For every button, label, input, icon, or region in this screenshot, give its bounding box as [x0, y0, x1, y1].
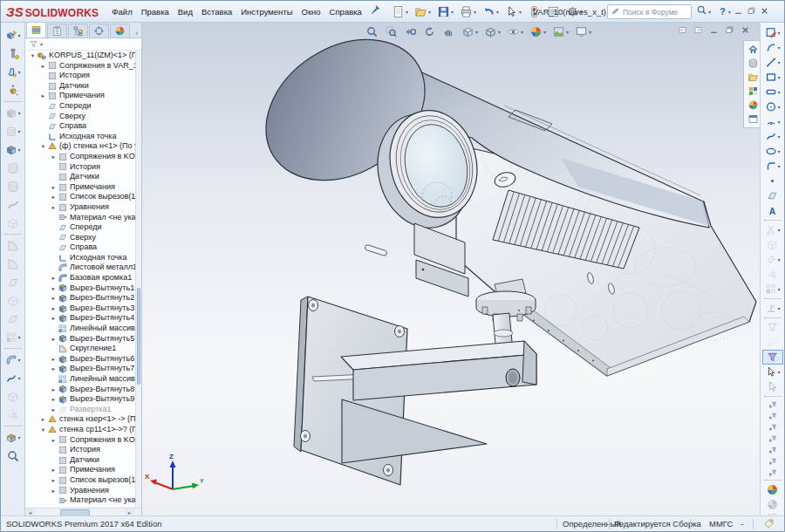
- tree-expander-icon[interactable]: ▸: [50, 465, 58, 475]
- tree-item-equations[interactable]: ▸Уравнения: [25, 486, 141, 496]
- lofted-cut-button[interactable]: [3, 214, 24, 232]
- new-document-button[interactable]: ▾: [389, 3, 411, 20]
- dropdown-arrow-icon[interactable]: ▾: [498, 29, 501, 35]
- undo-button[interactable]: ▾: [480, 3, 502, 20]
- sketch-fillet-tool[interactable]: ▾: [762, 159, 783, 174]
- tree-item-cutextrude[interactable]: ▸Вырез-Вытянуть1: [25, 283, 141, 294]
- tree-expander-icon[interactable]: ▾: [29, 51, 37, 61]
- tree-expander-icon[interactable]: ▸: [50, 152, 58, 162]
- tree-item-sensors[interactable]: Датчики: [25, 172, 141, 182]
- filter-funnel-icon[interactable]: [29, 37, 38, 52]
- tree-item-material[interactable]: Материал <не указан>: [25, 495, 141, 506]
- configurationmanager-tab[interactable]: [68, 24, 88, 38]
- tree-item-cutlist[interactable]: ▸Список вырезов(1): [25, 192, 141, 202]
- draft-button[interactable]: [3, 273, 24, 291]
- apply-scene-side-button[interactable]: [762, 497, 783, 512]
- rectangle-tool[interactable]: ▾: [762, 70, 783, 85]
- text-tool[interactable]: A: [762, 203, 783, 218]
- pin-menubar-button[interactable]: [369, 4, 383, 18]
- arc-tool[interactable]: ▾: [762, 114, 783, 129]
- forum-search-box[interactable]: [607, 4, 692, 19]
- tree-item-sensors[interactable]: Датчики: [25, 455, 141, 466]
- task-pane-resources-tab[interactable]: [745, 43, 761, 56]
- dropdown-arrow-icon[interactable]: ▾: [777, 305, 780, 311]
- tree-expander-icon[interactable]: ▸: [50, 385, 58, 395]
- doc-next-window-button[interactable]: [692, 24, 704, 36]
- tree-expander-icon[interactable]: ▸: [50, 192, 58, 202]
- line-tool[interactable]: ▾: [762, 55, 783, 70]
- dropdown-arrow-icon[interactable]: ▾: [777, 59, 780, 65]
- task-pane-view-palette-tab[interactable]: [745, 85, 761, 98]
- graphics-area[interactable]: Z X Y ▾▾▾▾▾▾: [142, 23, 761, 517]
- dropdown-arrow-icon[interactable]: ▾: [17, 147, 20, 153]
- filter-sketch-segments-toggle[interactable]: [764, 455, 782, 467]
- tree-item-plane[interactable]: Справа: [25, 242, 141, 253]
- dropdown-arrow-icon[interactable]: ▾: [777, 119, 780, 125]
- tree-item-material[interactable]: Материал <не указан>: [25, 213, 141, 223]
- linear-sketch-pattern-tool[interactable]: ▾: [762, 282, 783, 297]
- dropdown-arrow-icon[interactable]: ▾: [777, 369, 780, 375]
- plane-tool[interactable]: [762, 188, 783, 203]
- measure-button[interactable]: [3, 447, 24, 465]
- exploded-view-button[interactable]: [3, 81, 24, 99]
- tree-item-annotations[interactable]: ▸Примечания: [25, 91, 141, 101]
- spline-tool[interactable]: ▾: [762, 129, 783, 144]
- tree-item-cutextrude[interactable]: ▸Вырез-Вытянуть4: [25, 313, 141, 324]
- tree-expander-icon[interactable]: ▸: [50, 283, 58, 294]
- dropdown-arrow-icon[interactable]: ▾: [17, 375, 20, 381]
- dropdown-arrow-icon[interactable]: ▾: [777, 148, 780, 154]
- view-settings-button[interactable]: ▾: [572, 24, 594, 39]
- filter-vertices-toggle[interactable]: [764, 399, 782, 410]
- menu-item-5[interactable]: Инструменты: [236, 4, 297, 19]
- extruded-boss-button[interactable]: ▾: [3, 104, 24, 122]
- linear-pattern-button[interactable]: ▾: [3, 328, 24, 346]
- rib-button[interactable]: [3, 310, 24, 328]
- rotate-view-button[interactable]: [420, 24, 439, 39]
- tree-item-cutextrude[interactable]: ▸Вырез-Вытянуть7: [25, 364, 141, 374]
- dropdown-arrow-icon[interactable]: ▾: [777, 104, 780, 110]
- filter-faces-button[interactable]: [762, 350, 783, 365]
- note-tag-icon[interactable]: [763, 518, 775, 532]
- tree-expander-icon[interactable]: ▸: [50, 486, 58, 496]
- propertymanager-tab[interactable]: [47, 24, 67, 38]
- tree-item-linearpattern[interactable]: Линейный массив2: [25, 374, 141, 385]
- filter-surface-bodies-toggle[interactable]: [764, 444, 782, 455]
- doc-restore-button[interactable]: [723, 24, 735, 36]
- section-view-button[interactable]: ▾: [3, 428, 24, 447]
- wrap-button[interactable]: [3, 387, 24, 406]
- tree-expander-icon[interactable]: ▸: [50, 293, 58, 304]
- tree-item-mates[interactable]: ▸Сопряжения в KORPUS_1: [25, 435, 141, 446]
- tree-item-part[interactable]: ▸стенка нзер<1> -> (По умол: [25, 414, 141, 425]
- tree-expander-icon[interactable]: ▸: [39, 414, 47, 425]
- tree-item-equations[interactable]: ▸Уравнения: [25, 202, 141, 213]
- tree-expander-icon[interactable]: ▸: [50, 354, 58, 365]
- task-pane-custom-properties-tab[interactable]: [745, 113, 761, 126]
- doc-minimize-button[interactable]: [707, 24, 720, 36]
- units-label[interactable]: ММГС: [709, 516, 733, 532]
- menu-item-6[interactable]: Окно: [297, 4, 325, 19]
- filter-solid-bodies-toggle[interactable]: [764, 433, 782, 444]
- tree-item-sheetmetal[interactable]: Листовой металл1: [25, 263, 141, 273]
- tree-item-cutextrude[interactable]: ▸Вырез-Вытянуть5: [25, 334, 141, 344]
- perpendicular-dimension-tool[interactable]: ▾: [762, 301, 783, 316]
- sketch-button[interactable]: ▾: [762, 25, 783, 40]
- lasso-selection-tool[interactable]: [762, 335, 783, 350]
- close-button[interactable]: [758, 5, 771, 18]
- tree-expander-icon[interactable]: ▸: [50, 334, 58, 344]
- tree-item-part[interactable]: ▾стенка ср11<1>->? (По умол: [25, 425, 141, 435]
- tree-item-plane[interactable]: Сверху: [25, 112, 141, 122]
- tree-expander-icon[interactable]: ▸: [39, 61, 47, 72]
- smart-dimension-button[interactable]: ▾: [762, 40, 783, 55]
- dropdown-arrow-icon[interactable]: ▾: [17, 32, 20, 38]
- tree-expander-icon[interactable]: ▾: [39, 425, 47, 435]
- dropdown-arrow-icon[interactable]: ▾: [496, 9, 499, 15]
- graphics-viewport[interactable]: Z X Y: [142, 23, 761, 517]
- extruded-cut-button[interactable]: ▾: [3, 140, 24, 159]
- dropdown-arrow-icon[interactable]: ▾: [17, 434, 20, 440]
- dropdown-arrow-icon[interactable]: ▾: [777, 74, 780, 80]
- dimxpertmanager-tab[interactable]: [89, 24, 109, 38]
- edit-appearance-button[interactable]: ▾: [527, 24, 549, 39]
- tree-item-linearpattern[interactable]: Линейный массив1: [25, 324, 141, 334]
- dropdown-arrow-icon[interactable]: ▾: [777, 163, 780, 169]
- hide-show-items-button[interactable]: ▾: [504, 24, 526, 39]
